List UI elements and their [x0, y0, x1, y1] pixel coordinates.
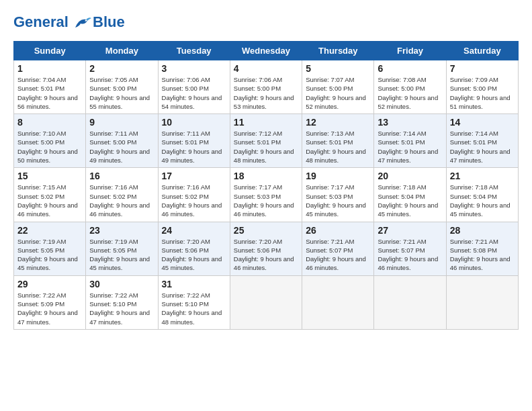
calendar-cell: 7 Sunrise: 7:09 AM Sunset: 5:00 PM Dayli…: [446, 60, 518, 114]
calendar-cell: 6 Sunrise: 7:08 AM Sunset: 5:00 PM Dayli…: [374, 60, 446, 114]
day-info: Sunrise: 7:14 AM Sunset: 5:01 PM Dayligh…: [378, 129, 442, 165]
calendar-cell: 8 Sunrise: 7:10 AM Sunset: 5:00 PM Dayli…: [14, 114, 86, 168]
calendar-cell: 1 Sunrise: 7:04 AM Sunset: 5:01 PM Dayli…: [14, 60, 86, 114]
calendar-table: SundayMondayTuesdayWednesdayThursdayFrid…: [13, 41, 519, 330]
day-info: Sunrise: 7:10 AM Sunset: 5:00 PM Dayligh…: [17, 129, 82, 165]
calendar-cell: 26 Sunrise: 7:21 AM Sunset: 5:07 PM Dayl…: [302, 222, 374, 275]
day-info: Sunrise: 7:21 AM Sunset: 5:07 PM Dayligh…: [378, 237, 442, 273]
calendar-cell: 21 Sunrise: 7:18 AM Sunset: 5:04 PM Dayl…: [446, 168, 518, 222]
day-number: 22: [17, 225, 82, 236]
day-number: 28: [450, 225, 515, 236]
day-info: Sunrise: 7:17 AM Sunset: 5:03 PM Dayligh…: [306, 183, 370, 218]
day-number: 12: [306, 117, 370, 128]
day-info: Sunrise: 7:06 AM Sunset: 5:00 PM Dayligh…: [162, 75, 226, 111]
calendar-cell: 5 Sunrise: 7:07 AM Sunset: 5:00 PM Dayli…: [302, 60, 374, 114]
calendar-cell: 17 Sunrise: 7:16 AM Sunset: 5:02 PM Dayl…: [158, 168, 230, 222]
day-info: Sunrise: 7:19 AM Sunset: 5:05 PM Dayligh…: [17, 237, 82, 273]
day-number: 23: [89, 225, 154, 236]
day-info: Sunrise: 7:20 AM Sunset: 5:06 PM Dayligh…: [162, 237, 226, 273]
logo: General Blue: [13, 13, 125, 31]
day-info: Sunrise: 7:16 AM Sunset: 5:02 PM Dayligh…: [162, 183, 226, 218]
weekday-header-sunday: Sunday: [14, 42, 86, 60]
page-header: General Blue: [13, 13, 519, 31]
day-number: 16: [89, 171, 154, 181]
day-info: Sunrise: 7:22 AM Sunset: 5:10 PM Dayligh…: [162, 291, 226, 326]
logo-general: General: [13, 13, 69, 30]
day-info: Sunrise: 7:11 AM Sunset: 5:00 PM Dayligh…: [89, 129, 154, 165]
day-number: 10: [162, 117, 226, 128]
calendar-cell: 23 Sunrise: 7:19 AM Sunset: 5:05 PM Dayl…: [86, 222, 158, 275]
day-number: 18: [234, 171, 298, 181]
day-number: 27: [378, 225, 442, 236]
day-info: Sunrise: 7:11 AM Sunset: 5:01 PM Dayligh…: [162, 129, 226, 165]
day-number: 5: [306, 63, 370, 74]
day-number: 11: [234, 117, 298, 128]
calendar-cell: [374, 275, 446, 329]
weekday-header-friday: Friday: [374, 42, 446, 60]
calendar-cell: 4 Sunrise: 7:06 AM Sunset: 5:00 PM Dayli…: [230, 60, 302, 114]
day-number: 8: [17, 117, 82, 128]
day-info: Sunrise: 7:22 AM Sunset: 5:10 PM Dayligh…: [89, 291, 154, 326]
calendar-cell: 14 Sunrise: 7:14 AM Sunset: 5:01 PM Dayl…: [446, 114, 518, 168]
day-number: 25: [234, 225, 298, 236]
day-number: 31: [162, 279, 226, 289]
day-info: Sunrise: 7:06 AM Sunset: 5:00 PM Dayligh…: [234, 75, 298, 111]
weekday-header-thursday: Thursday: [302, 42, 374, 60]
day-number: 1: [17, 63, 82, 74]
calendar-cell: [302, 275, 374, 329]
calendar-cell: 30 Sunrise: 7:22 AM Sunset: 5:10 PM Dayl…: [86, 275, 158, 329]
day-info: Sunrise: 7:21 AM Sunset: 5:07 PM Dayligh…: [306, 237, 370, 273]
day-number: 26: [306, 225, 370, 236]
day-info: Sunrise: 7:20 AM Sunset: 5:06 PM Dayligh…: [234, 237, 298, 273]
day-number: 19: [306, 171, 370, 181]
calendar-cell: 24 Sunrise: 7:20 AM Sunset: 5:06 PM Dayl…: [158, 222, 230, 275]
calendar-cell: 16 Sunrise: 7:16 AM Sunset: 5:02 PM Dayl…: [86, 168, 158, 222]
calendar-cell: 15 Sunrise: 7:15 AM Sunset: 5:02 PM Dayl…: [14, 168, 86, 222]
day-info: Sunrise: 7:15 AM Sunset: 5:02 PM Dayligh…: [17, 183, 82, 218]
day-info: Sunrise: 7:04 AM Sunset: 5:01 PM Dayligh…: [17, 75, 82, 111]
day-info: Sunrise: 7:07 AM Sunset: 5:00 PM Dayligh…: [306, 75, 370, 111]
day-number: 4: [234, 63, 298, 74]
calendar-cell: 19 Sunrise: 7:17 AM Sunset: 5:03 PM Dayl…: [302, 168, 374, 222]
day-info: Sunrise: 7:13 AM Sunset: 5:01 PM Dayligh…: [306, 129, 370, 165]
day-info: Sunrise: 7:18 AM Sunset: 5:04 PM Dayligh…: [378, 183, 442, 218]
day-info: Sunrise: 7:17 AM Sunset: 5:03 PM Dayligh…: [234, 183, 298, 218]
day-info: Sunrise: 7:18 AM Sunset: 5:04 PM Dayligh…: [450, 183, 515, 218]
day-number: 3: [162, 63, 226, 74]
day-number: 17: [162, 171, 226, 181]
day-number: 6: [378, 63, 442, 74]
day-info: Sunrise: 7:16 AM Sunset: 5:02 PM Dayligh…: [89, 183, 154, 218]
day-info: Sunrise: 7:09 AM Sunset: 5:00 PM Dayligh…: [450, 75, 515, 111]
calendar-cell: 28 Sunrise: 7:21 AM Sunset: 5:08 PM Dayl…: [446, 222, 518, 275]
weekday-header-wednesday: Wednesday: [230, 42, 302, 60]
weekday-header-saturday: Saturday: [446, 42, 518, 60]
day-number: 15: [17, 171, 82, 181]
day-number: 21: [450, 171, 515, 181]
day-info: Sunrise: 7:22 AM Sunset: 5:09 PM Dayligh…: [17, 291, 82, 326]
day-number: 2: [89, 63, 154, 74]
calendar-cell: 22 Sunrise: 7:19 AM Sunset: 5:05 PM Dayl…: [14, 222, 86, 275]
day-number: 13: [378, 117, 442, 128]
weekday-header-tuesday: Tuesday: [158, 42, 230, 60]
logo-bird-icon: [74, 15, 91, 30]
calendar-cell: 20 Sunrise: 7:18 AM Sunset: 5:04 PM Dayl…: [374, 168, 446, 222]
day-info: Sunrise: 7:21 AM Sunset: 5:08 PM Dayligh…: [450, 237, 515, 273]
calendar-cell: 9 Sunrise: 7:11 AM Sunset: 5:00 PM Dayli…: [86, 114, 158, 168]
calendar-cell: 2 Sunrise: 7:05 AM Sunset: 5:00 PM Dayli…: [86, 60, 158, 114]
day-number: 14: [450, 117, 515, 128]
day-info: Sunrise: 7:12 AM Sunset: 5:01 PM Dayligh…: [234, 129, 298, 165]
day-number: 24: [162, 225, 226, 236]
calendar-cell: 25 Sunrise: 7:20 AM Sunset: 5:06 PM Dayl…: [230, 222, 302, 275]
day-number: 7: [450, 63, 515, 74]
day-info: Sunrise: 7:05 AM Sunset: 5:00 PM Dayligh…: [89, 75, 154, 111]
calendar-cell: 3 Sunrise: 7:06 AM Sunset: 5:00 PM Dayli…: [158, 60, 230, 114]
logo-blue: Blue: [93, 13, 125, 31]
calendar-cell: 31 Sunrise: 7:22 AM Sunset: 5:10 PM Dayl…: [158, 275, 230, 329]
calendar-cell: 11 Sunrise: 7:12 AM Sunset: 5:01 PM Dayl…: [230, 114, 302, 168]
calendar-cell: 13 Sunrise: 7:14 AM Sunset: 5:01 PM Dayl…: [374, 114, 446, 168]
calendar-cell: [230, 275, 302, 329]
day-number: 9: [89, 117, 154, 128]
day-info: Sunrise: 7:14 AM Sunset: 5:01 PM Dayligh…: [450, 129, 515, 165]
day-number: 30: [89, 279, 154, 289]
day-info: Sunrise: 7:08 AM Sunset: 5:00 PM Dayligh…: [378, 75, 442, 111]
